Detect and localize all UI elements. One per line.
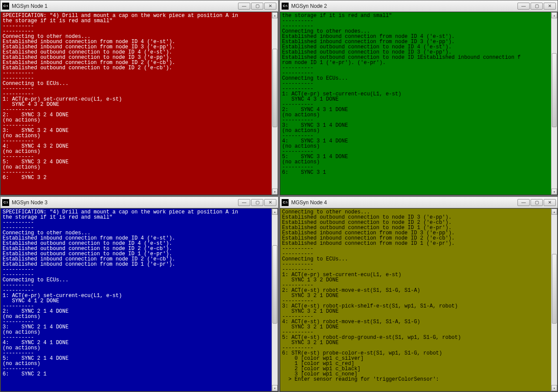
app-icon: C:\ [282, 3, 289, 10]
scroll-thumb[interactable] [272, 49, 277, 127]
scroll-up-icon[interactable]: ▴ [272, 209, 278, 215]
scroll-track[interactable] [551, 215, 557, 385]
scroll-up-icon[interactable]: ▴ [551, 12, 557, 18]
titlebar-node2[interactable]: C:\ MGSyn Node 2 — ▢ ✕ [280, 0, 558, 12]
window-node1: C:\ MGSyn Node 1 — ▢ ✕ SPECIFICATION: "4… [0, 0, 279, 196]
terminal-node1[interactable]: SPECIFICATION: "4) Drill and mount a cap… [0, 12, 278, 195]
scroll-down-icon[interactable]: ▾ [551, 385, 557, 391]
terminal-output: Connecting to other nodes... Established… [280, 209, 551, 391]
window-controls: — ▢ ✕ [517, 3, 556, 10]
minimize-button[interactable]: — [238, 199, 250, 206]
scroll-down-icon[interactable]: ▾ [272, 189, 278, 195]
terminal-output: SPECIFICATION: "4) Drill and mount a cap… [1, 209, 272, 391]
terminal-output: SPECIFICATION: "4) Drill and mount a cap… [1, 12, 272, 195]
window-title: MGSyn Node 3 [12, 199, 238, 206]
window-controls: — ▢ ✕ [517, 199, 556, 206]
maximize-button[interactable]: ▢ [251, 3, 263, 10]
minimize-button[interactable]: — [517, 199, 530, 206]
maximize-button[interactable]: ▢ [531, 199, 543, 206]
scroll-up-icon[interactable]: ▴ [272, 12, 278, 18]
close-button[interactable]: ✕ [544, 3, 556, 10]
titlebar-node1[interactable]: C:\ MGSyn Node 1 — ▢ ✕ [0, 0, 278, 12]
titlebar-node3[interactable]: C:\ MGSyn Node 3 — ▢ ✕ [0, 197, 278, 208]
scrollbar[interactable]: ▴ ▾ [272, 209, 278, 391]
close-button[interactable]: ✕ [544, 199, 556, 206]
app-icon: C:\ [2, 199, 9, 206]
window-node3: C:\ MGSyn Node 3 — ▢ ✕ SPECIFICATION: "4… [0, 196, 279, 392]
close-button[interactable]: ✕ [264, 199, 276, 206]
scroll-down-icon[interactable]: ▾ [272, 385, 278, 391]
scrollbar[interactable]: ▴ ▾ [551, 12, 557, 195]
minimize-button[interactable]: — [517, 3, 530, 10]
maximize-button[interactable]: ▢ [251, 199, 263, 206]
terminal-node4[interactable]: Connecting to other nodes... Established… [280, 208, 558, 392]
window-node4: C:\ MGSyn Node 4 — ▢ ✕ Connecting to oth… [279, 196, 558, 392]
scroll-track[interactable] [272, 18, 278, 189]
app-icon: C:\ [2, 3, 9, 10]
window-title: MGSyn Node 4 [291, 199, 517, 206]
maximize-button[interactable]: ▢ [531, 3, 543, 10]
terminal-output: the storage if it is red and small" ----… [280, 12, 551, 195]
minimize-button[interactable]: — [238, 3, 250, 10]
scroll-thumb[interactable] [272, 245, 277, 324]
window-controls: — ▢ ✕ [238, 199, 276, 206]
scroll-up-icon[interactable]: ▴ [551, 209, 557, 215]
scroll-track[interactable] [551, 18, 557, 189]
scroll-thumb[interactable] [552, 53, 557, 127]
scroll-down-icon[interactable]: ▾ [551, 189, 557, 195]
titlebar-node4[interactable]: C:\ MGSyn Node 4 — ▢ ✕ [280, 197, 558, 208]
scroll-thumb[interactable] [552, 254, 557, 324]
close-button[interactable]: ✕ [264, 3, 276, 10]
scrollbar[interactable]: ▴ ▾ [551, 209, 557, 391]
terminal-node3[interactable]: SPECIFICATION: "4) Drill and mount a cap… [0, 208, 278, 392]
app-icon: C:\ [282, 199, 289, 206]
window-title: MGSyn Node 1 [12, 3, 238, 9]
window-title: MGSyn Node 2 [291, 3, 517, 9]
scroll-track[interactable] [272, 215, 278, 385]
window-controls: — ▢ ✕ [238, 3, 276, 10]
terminal-node2[interactable]: the storage if it is red and small" ----… [280, 12, 558, 195]
window-node2: C:\ MGSyn Node 2 — ▢ ✕ the storage if it… [279, 0, 558, 196]
scrollbar[interactable]: ▴ ▾ [272, 12, 278, 195]
